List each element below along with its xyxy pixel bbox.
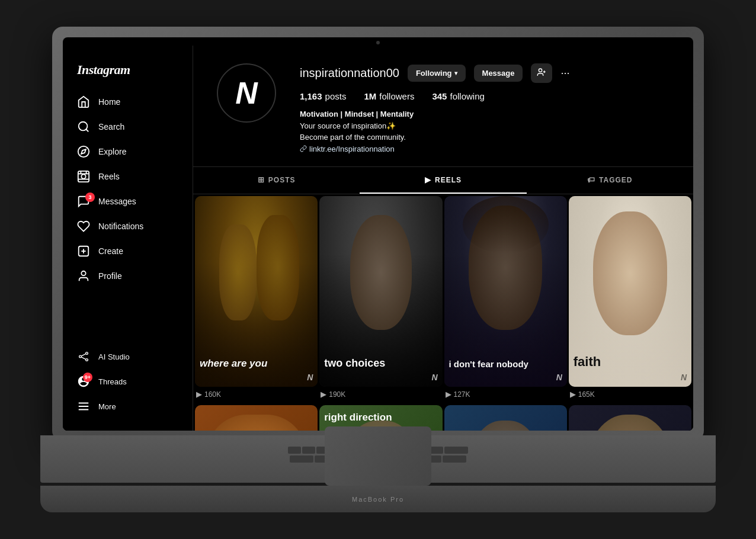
reel-item-8[interactable]: greatness ▶: [569, 405, 691, 431]
following-count: 345: [432, 91, 447, 101]
sidebar-item-more[interactable]: More: [70, 394, 185, 419]
threads-icon: 9+: [77, 375, 90, 388]
screen-bezel: Instagram Home: [63, 37, 693, 431]
profile-header: N inspirationnation00 Following ▾ Messag…: [193, 46, 693, 166]
sidebar-item-label-home: Home: [98, 97, 120, 107]
sidebar-item-label-messages: Messages: [98, 197, 136, 206]
following-label: following: [450, 91, 484, 101]
reel-logo-2: N: [431, 373, 437, 382]
key: [443, 455, 466, 463]
play-icon: ▶: [446, 390, 451, 399]
play-icon: ▶: [196, 390, 202, 399]
svg-point-5: [81, 174, 85, 178]
reel-item-7[interactable]: see you ▶: [444, 405, 567, 431]
svg-line-1: [86, 129, 88, 131]
sidebar-item-notifications[interactable]: Notifications: [70, 214, 185, 239]
profile-bio: Motivation | Mindset | Mentality Your so…: [300, 108, 669, 155]
reel-1-views: 160K: [204, 390, 221, 399]
reels-icon: [77, 170, 90, 183]
messages-badge: 3: [85, 192, 95, 202]
laptop-foot: MacBook Pro: [40, 486, 716, 512]
sidebar-item-threads[interactable]: 9+ Threads: [70, 369, 185, 394]
reel-1-count: ▶ 160K: [195, 387, 318, 403]
reels-grid-row-1: where are you N ▶ 160K: [193, 196, 693, 403]
posts-label: posts: [325, 91, 347, 101]
reel-logo-4: N: [681, 373, 687, 382]
svg-rect-4: [78, 171, 89, 182]
key: [444, 447, 468, 454]
svg-point-15: [86, 352, 88, 355]
followers-label: followers: [379, 91, 414, 101]
threads-badge: 9+: [83, 373, 92, 382]
bio-line1: Motivation | Mindset | Mentality: [300, 108, 669, 120]
sidebar-item-explore[interactable]: Explore: [70, 139, 185, 164]
reel-item-4[interactable]: faith N ▶ 165K: [569, 196, 691, 403]
key: [430, 447, 443, 454]
trackpad[interactable]: [325, 426, 431, 486]
reel-2-count: ▶ 190K: [319, 387, 442, 403]
macbook-label: MacBook Pro: [352, 496, 404, 503]
sidebar: Instagram Home: [63, 46, 193, 431]
reel-item-5[interactable]: LAKERS go after your dreams ▶: [195, 405, 318, 431]
reel-logo-1: N: [307, 373, 313, 382]
stat-posts: 1,163 posts: [300, 91, 346, 101]
instagram-logo: Instagram: [70, 57, 185, 89]
message-button[interactable]: Message: [474, 65, 523, 82]
laptop-body: Instagram Home: [52, 27, 704, 441]
main-content: N inspirationnation00 Following ▾ Messag…: [193, 46, 693, 431]
sidebar-item-create[interactable]: Create: [70, 239, 185, 264]
following-button[interactable]: Following ▾: [408, 65, 466, 82]
sidebar-item-label-create: Create: [98, 246, 123, 256]
svg-marker-3: [81, 149, 86, 154]
profile-top-row: inspirationnation00 Following ▾ Message: [300, 63, 669, 83]
play-icon: ▶: [321, 390, 326, 399]
reel-item-1[interactable]: where are you N ▶ 160K: [195, 196, 318, 403]
more-icon: [77, 400, 90, 413]
reel-1-overlay: where are you: [200, 358, 313, 370]
reel-3-count: ▶ 127K: [444, 387, 567, 403]
tab-reels[interactable]: ▶ REELS: [360, 167, 526, 194]
profile-link[interactable]: linktr.ee/Inspirationnation: [300, 143, 669, 155]
sidebar-item-search[interactable]: Search: [70, 114, 185, 139]
reel-item-2[interactable]: two choices N ▶ 190K: [319, 196, 442, 403]
add-friend-button[interactable]: [531, 63, 552, 83]
key: [290, 455, 313, 463]
reel-3-views: 127K: [454, 390, 470, 399]
home-icon: [77, 95, 90, 108]
camera-dot: [376, 41, 380, 44]
reels-grid-row-2: LAKERS go after your dreams ▶: [193, 405, 693, 431]
sidebar-item-reels[interactable]: Reels: [70, 164, 185, 189]
sidebar-item-home[interactable]: Home: [70, 89, 185, 114]
tab-tagged[interactable]: 🏷 TAGGED: [527, 167, 693, 194]
sidebar-item-messages[interactable]: 3 Messages: [70, 189, 185, 214]
svg-line-17: [81, 354, 85, 356]
tab-posts[interactable]: ⊞ POSTS: [193, 167, 360, 194]
sidebar-item-label-search: Search: [98, 122, 124, 131]
play-icon: ▶: [570, 390, 576, 399]
reel-4-views: 165K: [578, 390, 595, 399]
key: [288, 447, 301, 454]
sidebar-item-label-explore: Explore: [98, 147, 126, 156]
svg-point-2: [78, 146, 89, 157]
avatar-letter: N: [235, 78, 258, 108]
sidebar-bottom: AI Studio 9+ Threads: [70, 344, 185, 419]
sidebar-item-label-notifications: Notifications: [98, 222, 143, 231]
reel-4-count: ▶ 165K: [569, 387, 691, 403]
laptop-base: MacBook Pro: [40, 435, 716, 512]
ai-studio-icon: [77, 350, 90, 363]
sidebar-item-profile[interactable]: Profile: [70, 264, 185, 288]
sidebar-item-label-profile: Profile: [98, 271, 122, 281]
profile-stats: 1,163 posts 1M followers 345 following: [300, 91, 669, 101]
reel-item-3[interactable]: i don't fear nobody N ▶ 127K: [444, 196, 567, 403]
sidebar-item-ai-studio[interactable]: AI Studio: [70, 344, 185, 369]
stat-following: 345 following: [432, 91, 484, 101]
profile-tabs: ⊞ POSTS ▶ REELS 🏷 TAGGED: [193, 166, 693, 194]
posts-count: 1,163: [300, 91, 322, 101]
svg-point-0: [79, 122, 88, 131]
chevron-down-icon: ▾: [454, 70, 457, 76]
more-options-button[interactable]: ···: [560, 67, 569, 79]
bio-line3: Become part of the community.: [300, 131, 669, 143]
profile-link-text: linktr.ee/Inspirationnation: [309, 143, 395, 155]
reel-2-views: 190K: [329, 390, 345, 399]
sidebar-item-label-reels: Reels: [98, 172, 120, 181]
